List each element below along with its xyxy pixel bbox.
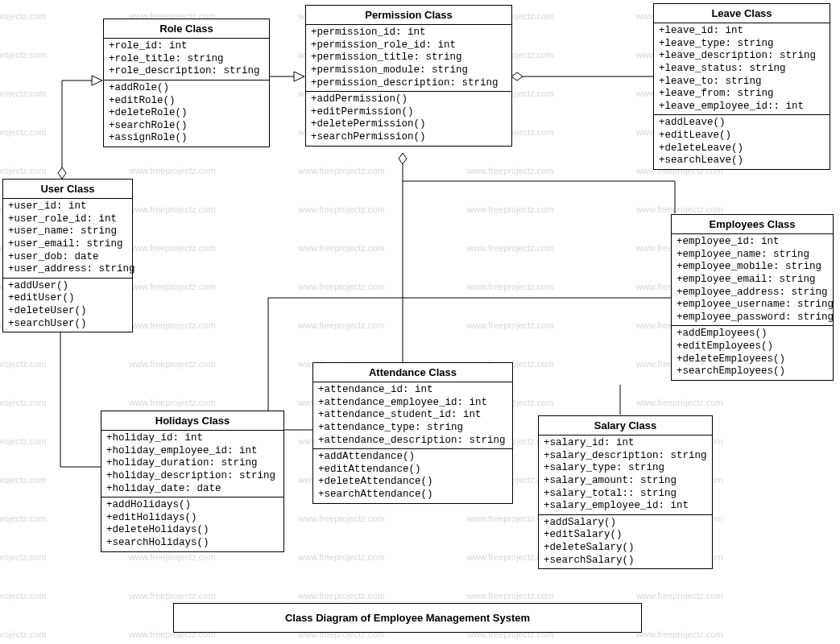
class-attributes: +salary_id: int+salary_description: stri… [539, 436, 712, 515]
class-operations: +addLeave()+editLeave()+deleteLeave()+se… [654, 115, 830, 169]
class-title: Employees Class [672, 215, 833, 234]
class-operations: +addPermission()+editPermission()+delete… [306, 92, 511, 146]
class-title: Leave Class [654, 4, 830, 23]
class-attributes: +permission_id: int+permission_role_id: … [306, 25, 511, 92]
class-employees: Employees Class +employee_id: int+employ… [671, 214, 834, 381]
class-title: Role Class [104, 19, 269, 39]
class-attributes: +employee_id: int+employee_name: string+… [672, 234, 833, 326]
class-title: Permission Class [306, 6, 511, 25]
class-attributes: +role_id: int+role_title: string+role_de… [104, 39, 269, 80]
diagram-title-text: Class Diagram of Employee Management Sys… [285, 612, 530, 624]
class-leave: Leave Class +leave_id: int+leave_type: s… [653, 3, 830, 170]
class-attributes: +user_id: int+user_role_id: int+user_nam… [3, 199, 132, 279]
class-title: Attendance Class [313, 363, 512, 382]
class-title: Salary Class [539, 416, 712, 436]
class-title: User Class [3, 180, 132, 199]
diagram-title: Class Diagram of Employee Management Sys… [173, 603, 642, 633]
class-operations: +addEmployees()+editEmployees()+deleteEm… [672, 326, 833, 380]
class-user: User Class +user_id: int+user_role_id: i… [2, 179, 133, 332]
class-attributes: +leave_id: int+leave_type: string+leave_… [654, 23, 830, 115]
class-holidays: Holidays Class +holiday_id: int+holiday_… [101, 411, 284, 552]
class-operations: +addHolidays()+editHolidays()+deleteHoli… [101, 497, 283, 551]
class-role: Role Class +role_id: int+role_title: str… [103, 19, 270, 147]
class-operations: +addUser()+editUser()+deleteUser()+searc… [3, 279, 132, 332]
class-attendance: Attendance Class +attendance_id: int+att… [312, 362, 513, 504]
class-operations: +addSalary()+editSalary()+deleteSalary()… [539, 515, 712, 569]
class-attributes: +attendance_id: int+attendance_employee_… [313, 382, 512, 449]
class-operations: +addRole()+editRole()+deleteRole()+searc… [104, 80, 269, 147]
class-permission: Permission Class +permission_id: int+per… [305, 5, 512, 147]
class-salary: Salary Class +salary_id: int+salary_desc… [538, 415, 713, 569]
class-title: Holidays Class [101, 411, 283, 431]
class-attributes: +holiday_id: int+holiday_employee_id: in… [101, 431, 283, 497]
class-operations: +addAttendance()+editAttendance()+delete… [313, 449, 512, 503]
